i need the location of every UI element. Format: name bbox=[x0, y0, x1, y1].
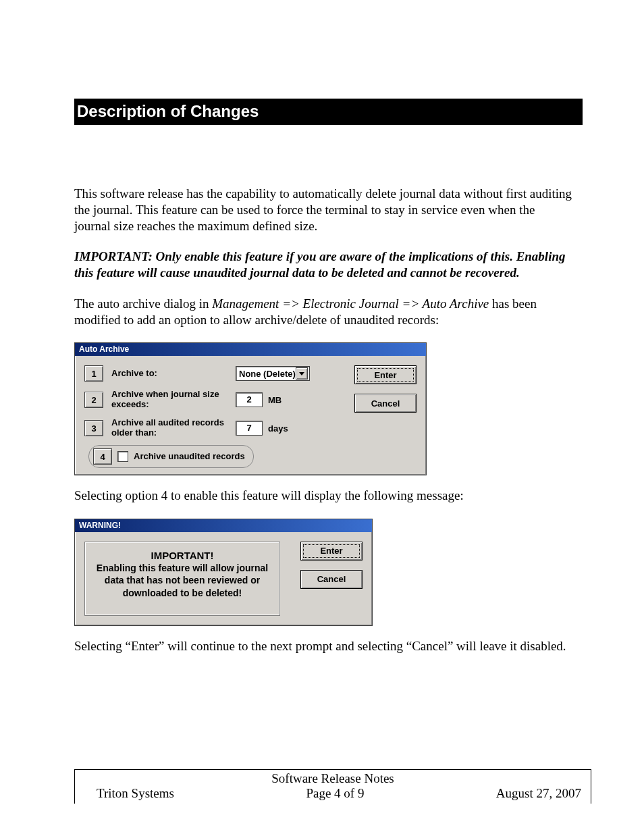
archive-to-select[interactable]: None (Delete) bbox=[236, 366, 310, 381]
option-4-label: Archive unaudited records bbox=[134, 452, 245, 462]
option-4-highlight: 4 Archive unaudited records bbox=[88, 445, 254, 468]
footer-doc-title: Software Release Notes bbox=[75, 770, 591, 786]
paragraph-intro: This software release has the capability… bbox=[74, 186, 574, 234]
journal-size-input[interactable]: 2 bbox=[236, 392, 263, 407]
paragraph-select-option4: Selecting option 4 to enable this featur… bbox=[74, 488, 574, 504]
option-2-button[interactable]: 2 bbox=[84, 392, 103, 408]
section-heading: Description of Changes bbox=[74, 99, 583, 125]
footer-page: Page 4 of 9 bbox=[306, 786, 364, 801]
dialog-title: Auto Archive bbox=[75, 343, 426, 356]
enter-button[interactable]: Enter bbox=[300, 542, 363, 561]
warning-message: IMPORTANT! Enabling this feature will al… bbox=[84, 542, 280, 616]
warning-heading: IMPORTANT! bbox=[93, 549, 271, 563]
paragraph-enter-cancel: Selecting “Enter” will continue to the n… bbox=[74, 638, 574, 654]
dialog-title: WARNING! bbox=[75, 519, 372, 532]
paragraph-nav-path: The auto archive dialog in Management =>… bbox=[74, 296, 574, 328]
option-2-label: Archive when journal size exceeds: bbox=[111, 390, 233, 410]
enter-button[interactable]: Enter bbox=[354, 365, 417, 384]
paragraph-important: IMPORTANT: Only enable this feature if y… bbox=[74, 249, 574, 281]
option-3-button[interactable]: 3 bbox=[84, 420, 103, 436]
dialog-auto-archive: Auto Archive 1 Archive to: None (Delete) bbox=[74, 342, 427, 475]
footer-company: Triton Systems bbox=[97, 786, 174, 801]
archive-unaudited-checkbox[interactable] bbox=[117, 451, 128, 462]
unit-days: days bbox=[268, 423, 288, 434]
footer-date: August 27, 2007 bbox=[496, 786, 581, 801]
option-4-button[interactable]: 4 bbox=[93, 448, 112, 465]
dialog-warning: WARNING! IMPORTANT! Enabling this featur… bbox=[74, 519, 373, 626]
days-input[interactable]: 7 bbox=[236, 421, 263, 436]
warning-body: Enabling this feature will allow journal… bbox=[93, 562, 271, 599]
text-fragment: The auto archive dialog in bbox=[74, 296, 212, 311]
archive-to-value: None (Delete) bbox=[239, 369, 296, 379]
option-1-label: Archive to: bbox=[111, 369, 233, 379]
page-footer: Software Release Notes Triton Systems Pa… bbox=[74, 769, 591, 804]
chevron-down-icon[interactable] bbox=[296, 367, 308, 380]
cancel-button[interactable]: Cancel bbox=[300, 570, 363, 589]
unit-mb: MB bbox=[268, 395, 281, 405]
cancel-button[interactable]: Cancel bbox=[354, 394, 417, 413]
option-1-button[interactable]: 1 bbox=[84, 365, 103, 382]
nav-path: Management => Electronic Journal => Auto… bbox=[212, 296, 489, 311]
option-3-label: Archive all audited records older than: bbox=[111, 418, 233, 438]
